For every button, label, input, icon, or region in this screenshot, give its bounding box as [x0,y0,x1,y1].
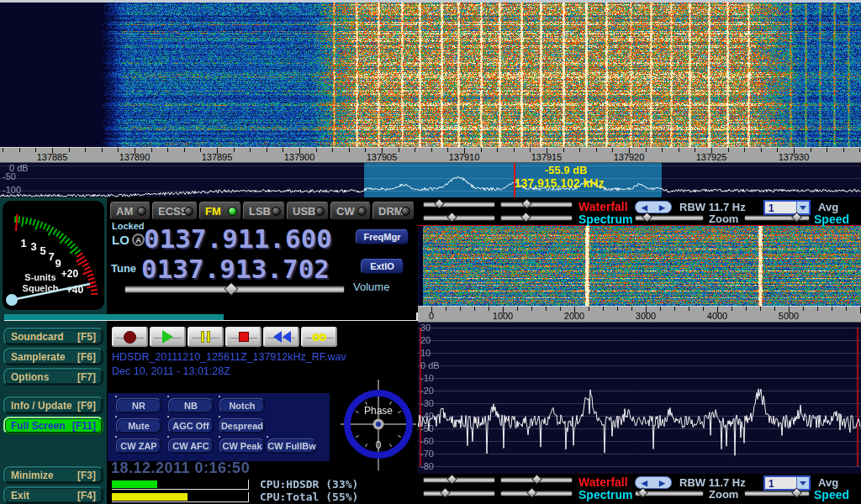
spectrum-brightness-slider[interactable] [423,491,495,496]
waterfall-brightness-slider[interactable] [423,202,495,207]
button-minimize[interactable]: Minimize[F3] [3,466,103,484]
scale-tick [679,148,679,152]
scale-tick [316,148,317,152]
button-exit[interactable]: Exit[F4] [3,486,103,504]
scale-tick [846,307,847,311]
scale-tick [660,307,661,311]
tune-frequency-display[interactable]: 0137.913.702 [141,254,330,284]
button-soundcard[interactable]: Soundcard[F5] [3,328,103,345]
zoom-slider[interactable] [635,491,704,496]
zoom-slider[interactable] [635,215,704,221]
spectrum-contrast-slider-thumb[interactable] [526,487,537,498]
dsp-button-nr[interactable]: NR [116,398,161,413]
waterfall-tab-label[interactable]: Waterfall [578,475,628,489]
dsp-button-cw-peak[interactable]: CW Peak [219,438,265,454]
spectrum-contrast-slider[interactable] [500,215,573,221]
dsp-button-cw-afc[interactable]: CW AFC [168,438,214,454]
dsp-button-despread[interactable]: Despread [219,418,265,433]
s-meter[interactable]: 1 3 5 7 9 +20 +40 S-units Squelch [3,201,104,310]
audio-frequency-scale[interactable]: 010002000300040005000 [418,306,861,323]
audio-spectrum-display[interactable] [418,323,861,474]
lo-a-badge[interactable]: A [132,234,145,246]
waterfall-contrast-slider[interactable] [500,477,573,483]
main-spectrum-display[interactable] [0,163,861,197]
button-full-screen[interactable]: Full Screen[F11] [3,417,103,434]
waterfall-shift-spinner[interactable]: ◀▶ [635,201,672,213]
mode-button-drm[interactable]: DRM [372,202,415,220]
spectrum-brightness-slider-thumb[interactable] [446,212,457,223]
extio-button[interactable]: ExtIO [361,259,404,274]
scale-tick [489,307,489,311]
playback-progress-bar[interactable] [4,314,418,321]
mode-button-cw[interactable]: CW [330,202,371,220]
button-info-update[interactable]: Info / Update[F9] [3,396,103,414]
volume-slider[interactable] [124,286,345,293]
waterfall-contrast-slider-thumb[interactable] [531,474,542,485]
avg-dropdown-button[interactable] [796,202,809,213]
audio-db-label: -60 [420,436,434,446]
spectrum-tab-label[interactable]: Spectrum [578,213,633,226]
dsp-button-cw-fullbw[interactable]: CW FullBw [267,438,316,454]
scale-tick [349,148,350,152]
button-label: Options [11,371,49,383]
volume-slider-thumb[interactable] [224,282,239,297]
volume-label: Volume [353,281,389,293]
dsp-button-cw-zap[interactable]: CW ZAP [116,438,161,454]
rbw-readout: RBW 11.7 Hz [679,201,746,213]
dsp-button-mute[interactable]: Mute [116,418,161,433]
dsp-button-nb[interactable]: NB [168,398,214,413]
waterfall-shift-spinner[interactable]: ◀▶ [635,476,672,489]
rf-scale-label: 137920 [614,152,645,162]
speed-slider[interactable] [744,215,810,221]
scale-tick [151,148,152,152]
record-button[interactable] [112,327,148,347]
speed-slider[interactable] [744,491,810,496]
rewind-button[interactable] [263,327,299,347]
spectrum-contrast-slider[interactable] [500,491,573,496]
zoom-slider-thumb[interactable] [642,212,652,223]
audio-waterfall-display[interactable] [418,226,861,306]
dsp-button-agc-off[interactable]: AGC Off [168,418,214,433]
lo-frequency-display[interactable]: 0137.911.600 [144,223,332,254]
freqmgr-button[interactable]: FreqMgr [356,229,409,244]
play-button[interactable] [150,327,186,347]
main-waterfall-display[interactable] [0,3,861,147]
stop-button[interactable] [225,327,261,347]
spectrum-brightness-slider-thumb[interactable] [440,487,451,498]
waterfall-tab-label[interactable]: Waterfall [578,200,628,213]
zoom-slider-thumb[interactable] [637,487,648,498]
spectrum-brightness-slider[interactable] [423,215,495,221]
right-arrow-icon[interactable]: ▶ [659,203,665,212]
dsp-button-notch[interactable]: Notch [219,398,265,413]
avg-dropdown[interactable]: 1 [763,200,811,215]
loop-button[interactable] [301,327,337,347]
avg-dropdown-value: 1 [765,477,796,489]
rbw-readout: RBW 11.7 Hz [679,476,746,489]
phase-indicator[interactable]: Phase 0 [341,378,416,472]
spectrum-contrast-slider-thumb[interactable] [520,212,531,223]
mode-button-am[interactable]: AM [110,202,151,220]
scale-tick [431,148,432,152]
scale-tick [546,307,547,311]
mode-button-ecss[interactable]: ECSS [152,202,198,220]
pause-button[interactable] [188,327,224,347]
avg-dropdown-button[interactable] [796,477,809,489]
waterfall-brightness-slider-thumb[interactable] [434,198,445,209]
left-arrow-icon[interactable]: ◀ [642,479,647,487]
rf-frequency-scale[interactable]: 1378851378901378951379001379051379101379… [0,147,861,163]
button-samplerate[interactable]: Samplerate[F6] [3,348,103,365]
mode-button-fm[interactable]: FM [199,202,241,220]
mode-button-lsb[interactable]: LSB [243,202,285,220]
waterfall-brightness-slider[interactable] [423,477,495,483]
mode-button-usb[interactable]: USB [287,202,329,220]
button-options[interactable]: Options[F7] [3,368,103,386]
dsp-button-label: Notch [229,401,255,411]
waterfall-contrast-slider[interactable] [500,202,573,207]
phase-label: Phase [364,405,393,417]
waterfall-brightness-slider-thumb[interactable] [446,474,457,485]
right-arrow-icon[interactable]: ▶ [659,479,665,487]
avg-dropdown[interactable]: 1 [763,475,811,491]
spectrum-tab-label[interactable]: Spectrum [578,488,633,501]
waterfall-contrast-slider-thumb[interactable] [521,198,532,209]
left-arrow-icon[interactable]: ◀ [642,203,647,212]
